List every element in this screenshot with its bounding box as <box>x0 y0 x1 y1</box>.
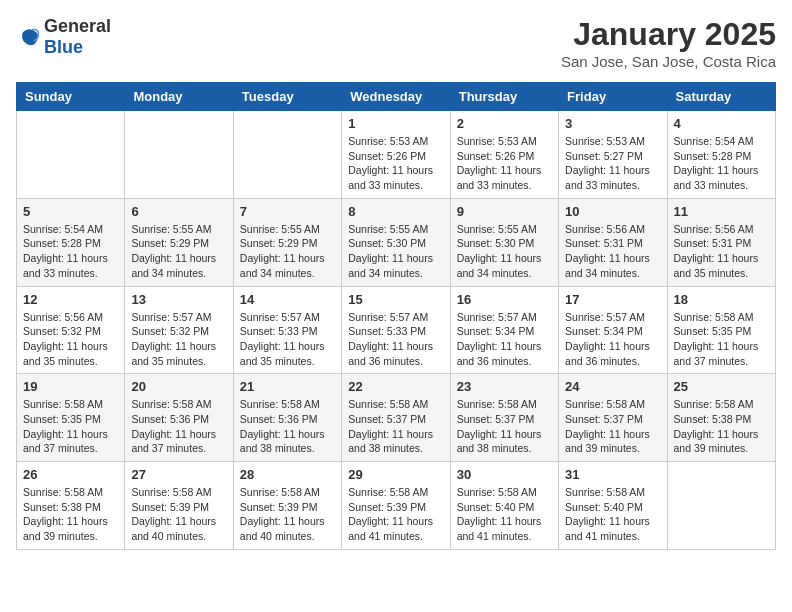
logo-blue: Blue <box>44 37 83 57</box>
day-info: Sunrise: 5:58 AMSunset: 5:37 PMDaylight:… <box>348 397 443 456</box>
day-number: 6 <box>131 204 226 219</box>
week-row-4: 19Sunrise: 5:58 AMSunset: 5:35 PMDayligh… <box>17 374 776 462</box>
week-row-3: 12Sunrise: 5:56 AMSunset: 5:32 PMDayligh… <box>17 286 776 374</box>
day-cell: 21Sunrise: 5:58 AMSunset: 5:36 PMDayligh… <box>233 374 341 462</box>
day-number: 8 <box>348 204 443 219</box>
day-number: 12 <box>23 292 118 307</box>
day-number: 4 <box>674 116 769 131</box>
day-cell: 25Sunrise: 5:58 AMSunset: 5:38 PMDayligh… <box>667 374 775 462</box>
day-number: 1 <box>348 116 443 131</box>
day-number: 19 <box>23 379 118 394</box>
day-info: Sunrise: 5:55 AMSunset: 5:29 PMDaylight:… <box>131 222 226 281</box>
weekday-header-wednesday: Wednesday <box>342 83 450 111</box>
day-number: 7 <box>240 204 335 219</box>
day-info: Sunrise: 5:53 AMSunset: 5:26 PMDaylight:… <box>348 134 443 193</box>
day-info: Sunrise: 5:55 AMSunset: 5:30 PMDaylight:… <box>348 222 443 281</box>
day-cell <box>233 111 341 199</box>
day-cell <box>17 111 125 199</box>
day-number: 11 <box>674 204 769 219</box>
day-number: 9 <box>457 204 552 219</box>
day-number: 25 <box>674 379 769 394</box>
day-cell: 22Sunrise: 5:58 AMSunset: 5:37 PMDayligh… <box>342 374 450 462</box>
day-info: Sunrise: 5:58 AMSunset: 5:37 PMDaylight:… <box>565 397 660 456</box>
day-cell: 11Sunrise: 5:56 AMSunset: 5:31 PMDayligh… <box>667 198 775 286</box>
day-info: Sunrise: 5:57 AMSunset: 5:33 PMDaylight:… <box>348 310 443 369</box>
day-info: Sunrise: 5:58 AMSunset: 5:40 PMDaylight:… <box>565 485 660 544</box>
week-row-2: 5Sunrise: 5:54 AMSunset: 5:28 PMDaylight… <box>17 198 776 286</box>
day-cell: 4Sunrise: 5:54 AMSunset: 5:28 PMDaylight… <box>667 111 775 199</box>
day-number: 3 <box>565 116 660 131</box>
day-cell: 19Sunrise: 5:58 AMSunset: 5:35 PMDayligh… <box>17 374 125 462</box>
day-number: 20 <box>131 379 226 394</box>
day-info: Sunrise: 5:58 AMSunset: 5:35 PMDaylight:… <box>23 397 118 456</box>
day-cell: 2Sunrise: 5:53 AMSunset: 5:26 PMDaylight… <box>450 111 558 199</box>
day-info: Sunrise: 5:58 AMSunset: 5:40 PMDaylight:… <box>457 485 552 544</box>
day-number: 13 <box>131 292 226 307</box>
day-info: Sunrise: 5:57 AMSunset: 5:34 PMDaylight:… <box>565 310 660 369</box>
day-cell: 1Sunrise: 5:53 AMSunset: 5:26 PMDaylight… <box>342 111 450 199</box>
day-cell <box>667 462 775 550</box>
day-info: Sunrise: 5:58 AMSunset: 5:36 PMDaylight:… <box>131 397 226 456</box>
day-cell: 6Sunrise: 5:55 AMSunset: 5:29 PMDaylight… <box>125 198 233 286</box>
day-cell: 18Sunrise: 5:58 AMSunset: 5:35 PMDayligh… <box>667 286 775 374</box>
day-info: Sunrise: 5:58 AMSunset: 5:38 PMDaylight:… <box>674 397 769 456</box>
day-info: Sunrise: 5:58 AMSunset: 5:36 PMDaylight:… <box>240 397 335 456</box>
day-number: 26 <box>23 467 118 482</box>
day-cell: 26Sunrise: 5:58 AMSunset: 5:38 PMDayligh… <box>17 462 125 550</box>
weekday-header-thursday: Thursday <box>450 83 558 111</box>
title-area: January 2025 San Jose, San Jose, Costa R… <box>561 16 776 70</box>
day-info: Sunrise: 5:58 AMSunset: 5:39 PMDaylight:… <box>348 485 443 544</box>
day-cell <box>125 111 233 199</box>
day-info: Sunrise: 5:56 AMSunset: 5:31 PMDaylight:… <box>565 222 660 281</box>
week-row-5: 26Sunrise: 5:58 AMSunset: 5:38 PMDayligh… <box>17 462 776 550</box>
day-cell: 8Sunrise: 5:55 AMSunset: 5:30 PMDaylight… <box>342 198 450 286</box>
day-info: Sunrise: 5:53 AMSunset: 5:26 PMDaylight:… <box>457 134 552 193</box>
weekday-header-monday: Monday <box>125 83 233 111</box>
day-number: 31 <box>565 467 660 482</box>
day-number: 22 <box>348 379 443 394</box>
day-info: Sunrise: 5:55 AMSunset: 5:29 PMDaylight:… <box>240 222 335 281</box>
day-cell: 23Sunrise: 5:58 AMSunset: 5:37 PMDayligh… <box>450 374 558 462</box>
page-header: General Blue January 2025 San Jose, San … <box>16 16 776 70</box>
day-cell: 9Sunrise: 5:55 AMSunset: 5:30 PMDaylight… <box>450 198 558 286</box>
day-info: Sunrise: 5:54 AMSunset: 5:28 PMDaylight:… <box>23 222 118 281</box>
calendar-table: SundayMondayTuesdayWednesdayThursdayFrid… <box>16 82 776 550</box>
weekday-header-sunday: Sunday <box>17 83 125 111</box>
day-cell: 3Sunrise: 5:53 AMSunset: 5:27 PMDaylight… <box>559 111 667 199</box>
day-info: Sunrise: 5:58 AMSunset: 5:39 PMDaylight:… <box>131 485 226 544</box>
day-cell: 16Sunrise: 5:57 AMSunset: 5:34 PMDayligh… <box>450 286 558 374</box>
day-number: 5 <box>23 204 118 219</box>
day-cell: 27Sunrise: 5:58 AMSunset: 5:39 PMDayligh… <box>125 462 233 550</box>
day-cell: 28Sunrise: 5:58 AMSunset: 5:39 PMDayligh… <box>233 462 341 550</box>
day-number: 16 <box>457 292 552 307</box>
day-number: 15 <box>348 292 443 307</box>
weekday-header-tuesday: Tuesday <box>233 83 341 111</box>
logo: General Blue <box>16 16 111 58</box>
day-info: Sunrise: 5:55 AMSunset: 5:30 PMDaylight:… <box>457 222 552 281</box>
day-info: Sunrise: 5:58 AMSunset: 5:38 PMDaylight:… <box>23 485 118 544</box>
location-subtitle: San Jose, San Jose, Costa Rica <box>561 53 776 70</box>
weekday-header-row: SundayMondayTuesdayWednesdayThursdayFrid… <box>17 83 776 111</box>
day-cell: 17Sunrise: 5:57 AMSunset: 5:34 PMDayligh… <box>559 286 667 374</box>
day-cell: 5Sunrise: 5:54 AMSunset: 5:28 PMDaylight… <box>17 198 125 286</box>
day-number: 17 <box>565 292 660 307</box>
day-number: 30 <box>457 467 552 482</box>
day-cell: 13Sunrise: 5:57 AMSunset: 5:32 PMDayligh… <box>125 286 233 374</box>
day-number: 18 <box>674 292 769 307</box>
day-info: Sunrise: 5:56 AMSunset: 5:31 PMDaylight:… <box>674 222 769 281</box>
day-info: Sunrise: 5:56 AMSunset: 5:32 PMDaylight:… <box>23 310 118 369</box>
day-number: 21 <box>240 379 335 394</box>
day-number: 29 <box>348 467 443 482</box>
day-number: 10 <box>565 204 660 219</box>
day-info: Sunrise: 5:57 AMSunset: 5:33 PMDaylight:… <box>240 310 335 369</box>
day-cell: 30Sunrise: 5:58 AMSunset: 5:40 PMDayligh… <box>450 462 558 550</box>
day-number: 2 <box>457 116 552 131</box>
day-cell: 24Sunrise: 5:58 AMSunset: 5:37 PMDayligh… <box>559 374 667 462</box>
logo-icon <box>16 25 40 49</box>
day-number: 27 <box>131 467 226 482</box>
week-row-1: 1Sunrise: 5:53 AMSunset: 5:26 PMDaylight… <box>17 111 776 199</box>
day-info: Sunrise: 5:58 AMSunset: 5:39 PMDaylight:… <box>240 485 335 544</box>
day-cell: 12Sunrise: 5:56 AMSunset: 5:32 PMDayligh… <box>17 286 125 374</box>
weekday-header-saturday: Saturday <box>667 83 775 111</box>
logo-text: General Blue <box>44 16 111 58</box>
